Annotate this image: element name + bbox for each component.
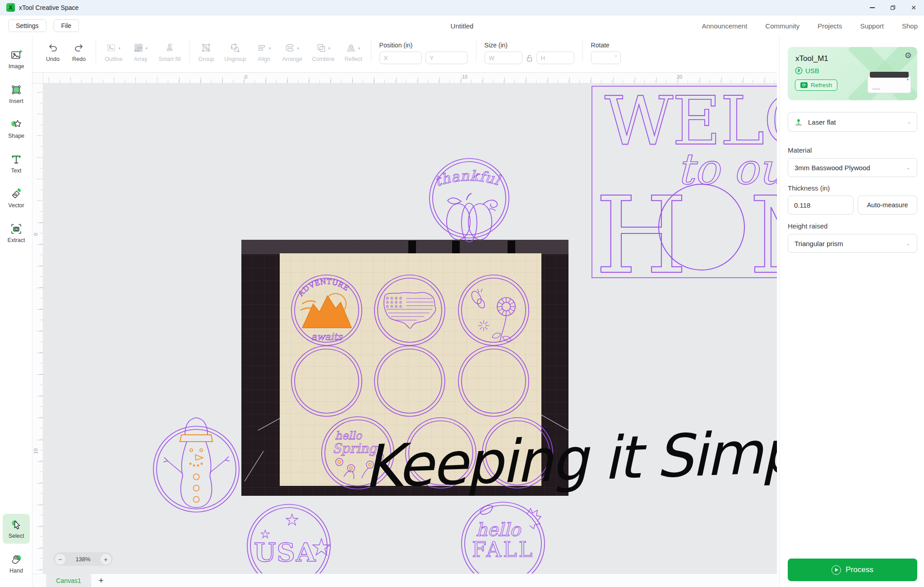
- device-card: xTool_M1 USB ⟳ Refresh ⚙: [788, 47, 917, 100]
- toolbar-separator: [476, 40, 476, 62]
- sidebar-item-vector[interactable]: Vector: [3, 183, 30, 213]
- auto-measure-button[interactable]: Auto-measure: [858, 196, 917, 214]
- right-panel: xTool_M1 USB ⟳ Refresh ⚙ Laser flat ⌄ Ma…: [779, 36, 924, 587]
- canvas-artwork: ADVENTURE awaits ★ ★ ★: [32, 73, 777, 573]
- undo-button[interactable]: Undo: [40, 36, 66, 62]
- sidebar-item-image[interactable]: Image: [3, 44, 30, 74]
- arrange-icon: [284, 42, 295, 53]
- unlock-icon[interactable]: [526, 54, 533, 62]
- zoom-level: 138%: [75, 556, 90, 563]
- group-button[interactable]: Group: [193, 36, 219, 62]
- refresh-button[interactable]: ⟳ Refresh: [795, 79, 837, 91]
- ungroup-icon: [230, 42, 240, 53]
- material-select[interactable]: 3mm Basswood Plywood ⌄: [788, 158, 917, 177]
- add-canvas-button[interactable]: +: [91, 574, 111, 587]
- sidebar-tool-hand[interactable]: Hand: [3, 549, 30, 578]
- chevron-down-icon: ▼: [145, 47, 148, 51]
- sidebar-item-insert[interactable]: Insert: [3, 79, 30, 109]
- file-button[interactable]: File: [54, 19, 79, 32]
- design-thankful-circle[interactable]: thankful: [430, 158, 509, 242]
- extract-camera-icon: [10, 223, 23, 235]
- nav-shop[interactable]: Shop: [902, 22, 918, 30]
- svg-text:M: M: [749, 174, 777, 297]
- position-y-input[interactable]: [425, 51, 468, 64]
- cursor-select-icon: [10, 518, 23, 531]
- minimize-icon: [870, 7, 875, 8]
- restore-icon: [891, 5, 895, 10]
- nav-announcement[interactable]: Announcement: [702, 22, 747, 30]
- minimize-button[interactable]: [862, 0, 882, 15]
- sidebar-item-text[interactable]: Text: [3, 149, 30, 178]
- material-label: Material: [788, 146, 812, 154]
- ungroup-button[interactable]: Ungroup: [219, 36, 251, 62]
- chevron-down-icon: ⌄: [906, 240, 910, 247]
- toolbar: Undo Redo ▼ Outline ▼ Array Smart fill G…: [32, 36, 779, 72]
- canvas-area[interactable]: ADVENTURE awaits ★ ★ ★: [32, 72, 777, 573]
- toolbar-separator: [96, 40, 96, 62]
- design-hello-fall-circle[interactable]: hello FALL: [462, 502, 545, 573]
- process-button[interactable]: Process: [788, 559, 917, 581]
- group-icon: [201, 42, 212, 53]
- chevron-down-icon: ▼: [357, 47, 361, 51]
- top-nav: Announcement Community Projects Support …: [702, 22, 918, 30]
- device-name: xTool_M1: [795, 54, 828, 63]
- nav-projects[interactable]: Projects: [818, 22, 842, 30]
- rotate-section: Rotate °: [587, 36, 625, 64]
- design-usa-circle[interactable]: ★ ★ ★ USA: [247, 504, 332, 573]
- reflect-button[interactable]: ▼ Reflect: [340, 36, 367, 62]
- usb-icon: [795, 67, 803, 75]
- close-button[interactable]: ✕: [903, 0, 924, 15]
- chevron-down-icon: ⌄: [906, 164, 910, 171]
- size-section: Size (in): [480, 36, 579, 64]
- app-window: X xTool Creative Space ✕ Settings File U…: [0, 0, 924, 587]
- sidebar-item-shape[interactable]: Shape: [3, 114, 30, 144]
- hand-icon: [10, 553, 23, 566]
- thickness-input[interactable]: [788, 196, 854, 214]
- text-icon: [10, 153, 23, 166]
- combine-button[interactable]: ▼ Combine: [307, 36, 340, 62]
- gear-icon[interactable]: ⚙: [905, 51, 912, 61]
- size-label: Size (in): [485, 42, 574, 49]
- svg-text:H: H: [595, 174, 688, 297]
- nav-support[interactable]: Support: [860, 22, 884, 30]
- size-h-input[interactable]: [536, 51, 574, 64]
- chevron-down-icon: ▼: [296, 47, 300, 51]
- position-x-input[interactable]: [379, 51, 422, 64]
- settings-button[interactable]: Settings: [8, 19, 46, 32]
- ruler-left-label-0: 0: [33, 233, 38, 236]
- ruler-top-label-10: 10: [462, 74, 467, 79]
- svg-text:★: ★: [285, 511, 299, 529]
- svg-text:FALL: FALL: [472, 537, 534, 562]
- toolbar-separator: [582, 40, 583, 62]
- array-button[interactable]: ▼ Array: [128, 36, 154, 62]
- toolbar-separator: [189, 40, 189, 62]
- ruler-corner: [32, 73, 43, 84]
- design-welcome-home[interactable]: WELCOME to our H M: [592, 82, 777, 297]
- stamp-icon: [164, 42, 175, 53]
- redo-button[interactable]: Redo: [66, 36, 92, 62]
- height-raised-select[interactable]: Triangular prism ⌄: [788, 234, 917, 253]
- redo-icon: [74, 42, 84, 53]
- tab-canvas1[interactable]: Canvas1: [46, 574, 91, 587]
- sidebar-item-extract[interactable]: Extract: [3, 218, 30, 248]
- processing-mode-select[interactable]: Laser flat ⌄: [788, 112, 917, 132]
- refresh-camera-icon: ⟳: [800, 82, 808, 88]
- ruler-top-label-20: 20: [677, 74, 682, 79]
- size-w-input[interactable]: [485, 51, 522, 64]
- chevron-down-icon: ⌄: [907, 119, 911, 125]
- svg-text:★ ★ ★ ★: ★ ★ ★ ★: [386, 304, 402, 308]
- smart-fill-button[interactable]: Smart fill: [154, 36, 186, 62]
- sidebar-tool-select[interactable]: Select: [3, 514, 30, 544]
- arrange-button[interactable]: ▼ Arrange: [277, 36, 307, 62]
- zoom-in-button[interactable]: +: [101, 554, 111, 564]
- nav-community[interactable]: Community: [765, 22, 799, 30]
- position-label: Position (in): [379, 42, 468, 49]
- design-snowman-circle[interactable]: [153, 418, 239, 512]
- restore-button[interactable]: [882, 0, 903, 15]
- chevron-down-icon: ▼: [268, 47, 272, 51]
- align-button[interactable]: ▼ Align: [251, 36, 277, 62]
- zoom-out-button[interactable]: −: [55, 554, 65, 564]
- outline-button[interactable]: ▼ Outline: [100, 36, 128, 62]
- degree-unit: °: [615, 54, 617, 61]
- zoom-control: − 138% +: [53, 552, 113, 566]
